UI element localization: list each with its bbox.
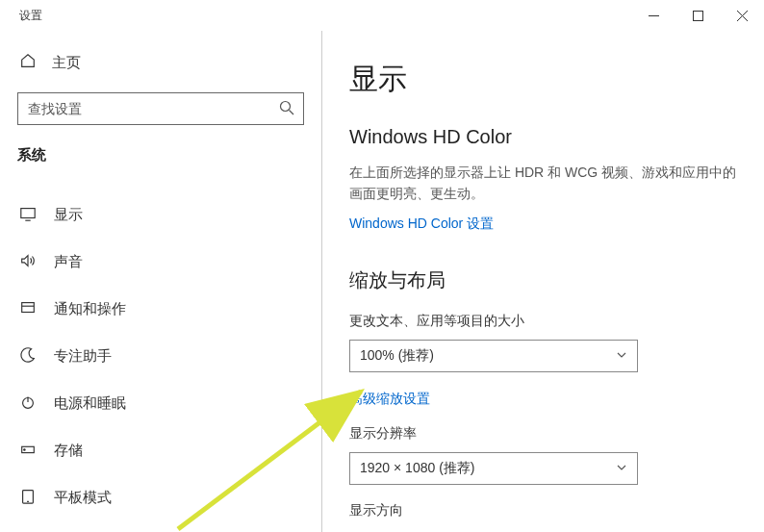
resolution-value: 1920 × 1080 (推荐)	[360, 460, 474, 477]
nav-item-tablet[interactable]: 平板模式	[0, 474, 321, 521]
nav-item-storage[interactable]: 存储	[0, 427, 321, 474]
chevron-down-icon	[616, 461, 627, 476]
hd-color-desc: 在上面所选择的显示器上让 HDR 和 WCG 视频、游戏和应用中的画面更明亮、更…	[349, 162, 737, 205]
scale-value: 100% (推荐)	[360, 347, 434, 365]
nav-label: 专注助手	[54, 347, 112, 366]
moon-icon	[19, 346, 37, 367]
home-label: 主页	[52, 54, 81, 72]
minimize-button[interactable]	[631, 0, 675, 31]
nav-label: 平板模式	[54, 489, 112, 507]
tablet-icon	[19, 488, 37, 508]
scaling-title: 缩放与布局	[349, 267, 737, 293]
power-icon	[19, 393, 37, 414]
nav-item-display[interactable]: 显示	[0, 191, 321, 239]
svg-line-5	[290, 111, 294, 115]
titlebar: 设置	[0, 0, 764, 31]
search-icon	[279, 100, 294, 119]
resolution-label: 显示分辨率	[349, 425, 737, 443]
category-label: 系统	[0, 146, 321, 191]
home-icon	[19, 52, 37, 73]
scale-dropdown[interactable]: 100% (推荐)	[349, 340, 638, 372]
window-controls	[631, 0, 764, 31]
close-button[interactable]	[720, 0, 764, 31]
search-container	[17, 92, 304, 125]
nav-label: 存储	[54, 442, 83, 460]
svg-point-13	[24, 449, 25, 450]
svg-point-4	[281, 102, 291, 112]
nav-label: 电源和睡眠	[54, 394, 126, 413]
svg-rect-1	[693, 11, 702, 20]
page-title: 显示	[349, 60, 737, 99]
nav-label: 声音	[54, 253, 83, 271]
nav-item-power[interactable]: 电源和睡眠	[0, 380, 321, 427]
window-title: 设置	[19, 8, 42, 24]
nav-item-notifications[interactable]: 通知和操作	[0, 286, 321, 333]
notifications-icon	[19, 299, 37, 319]
svg-rect-6	[21, 209, 35, 218]
nav-item-sound[interactable]: 声音	[0, 239, 321, 286]
nav-item-focus[interactable]: 专注助手	[0, 333, 321, 380]
hd-color-link[interactable]: Windows HD Color 设置	[349, 215, 494, 233]
home-nav[interactable]: 主页	[0, 42, 321, 92]
scale-label: 更改文本、应用等项目的大小	[349, 313, 737, 330]
content-area: 显示 Windows HD Color 在上面所选择的显示器上让 HDR 和 W…	[322, 31, 764, 532]
hd-color-title: Windows HD Color	[349, 126, 737, 148]
resolution-dropdown[interactable]: 1920 × 1080 (推荐)	[349, 452, 638, 485]
orientation-label: 显示方向	[349, 502, 737, 519]
storage-icon	[19, 441, 37, 461]
display-icon	[19, 205, 37, 225]
sound-icon	[19, 252, 37, 272]
nav-label: 通知和操作	[54, 300, 126, 318]
advanced-scaling-link[interactable]: 高级缩放设置	[349, 391, 430, 408]
nav-label: 显示	[54, 206, 83, 224]
maximize-button[interactable]	[675, 0, 720, 31]
sidebar: 主页 系统 显示 声音 通知和操作	[0, 31, 322, 532]
search-input[interactable]	[17, 92, 304, 125]
svg-rect-8	[22, 303, 35, 313]
chevron-down-icon	[616, 348, 627, 364]
